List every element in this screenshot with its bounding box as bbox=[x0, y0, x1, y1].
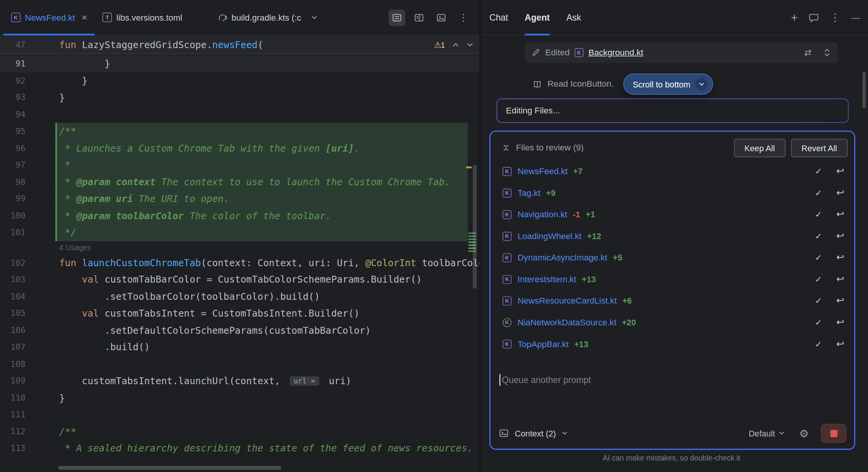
keep-file-icon[interactable]: ✓ bbox=[815, 317, 822, 327]
file-link[interactable]: LoadingWheel.kt bbox=[518, 231, 581, 241]
line-number[interactable]: 91 bbox=[0, 59, 26, 69]
editor-tab-libs-versions-toml[interactable]: Tlibs.versions.toml bbox=[95, 0, 190, 35]
line-number[interactable]: 104 bbox=[0, 291, 26, 301]
new-chat-icon[interactable]: + bbox=[791, 11, 798, 23]
code-line-104[interactable]: 104 .setToolbarColor(toolbarColor).build… bbox=[0, 288, 479, 305]
scroll-to-bottom-button[interactable]: Scroll to bottom bbox=[623, 74, 713, 95]
file-link[interactable]: NewsFeed.kt bbox=[518, 166, 568, 176]
code-line-105[interactable]: 105 val customTabsIntent = CustomTabsInt… bbox=[0, 305, 479, 322]
file-link[interactable]: TopAppBar.kt bbox=[518, 339, 569, 349]
code-line-107[interactable]: 107 .build() bbox=[0, 339, 479, 356]
revert-file-icon[interactable]: ↩ bbox=[836, 296, 844, 306]
file-link[interactable]: Tag.kt bbox=[518, 188, 541, 198]
edited-file-link[interactable]: Background.kt bbox=[588, 48, 643, 58]
line-number[interactable]: 92 bbox=[0, 76, 26, 86]
collapse-icon[interactable] bbox=[502, 143, 510, 152]
keep-file-icon[interactable]: ✓ bbox=[815, 296, 822, 306]
code-editor[interactable]: 91 }92 }93}9495/**96 * Launches a Custom… bbox=[0, 55, 479, 472]
chat-tab-chat[interactable]: Chat bbox=[489, 0, 508, 35]
code-line-98[interactable]: 98 * @param context The context to use t… bbox=[0, 173, 479, 190]
file-link[interactable]: DynamicAsyncImage.kt bbox=[518, 252, 607, 262]
model-chevron-icon[interactable] bbox=[778, 430, 785, 436]
file-link[interactable]: InterestsItem.kt bbox=[518, 274, 577, 284]
chat-scrollbar[interactable] bbox=[863, 72, 866, 108]
editor-tab-build-gradle-kts-c[interactable]: build.gradle.kts (:c bbox=[210, 0, 326, 35]
line-number[interactable]: 112 bbox=[0, 427, 26, 436]
revert-file-icon[interactable]: ↩ bbox=[836, 339, 844, 349]
line-number[interactable]: 99 bbox=[0, 194, 26, 204]
keep-file-icon[interactable]: ✓ bbox=[815, 209, 822, 219]
code-line-91[interactable]: 91 } bbox=[0, 55, 479, 72]
line-number[interactable]: 108 bbox=[0, 359, 26, 369]
code-line-100[interactable]: 100 * @param toolbarColor The color of t… bbox=[0, 207, 479, 224]
editor-horizontal-scrollbar[interactable] bbox=[58, 466, 281, 470]
revert-file-icon[interactable]: ↩ bbox=[836, 210, 844, 219]
line-number[interactable]: 110 bbox=[0, 393, 26, 402]
line-number[interactable]: 95 bbox=[0, 126, 26, 136]
code-line-103[interactable]: 103 val customTabBarColor = CustomTabCol… bbox=[0, 271, 479, 288]
revert-file-icon[interactable]: ↩ bbox=[836, 188, 844, 198]
code-line-96[interactable]: 96 * Launches a Custom Chrome Tab with t… bbox=[0, 140, 479, 157]
keep-file-icon[interactable]: ✓ bbox=[815, 188, 822, 198]
line-number[interactable]: 105 bbox=[0, 308, 26, 318]
revert-file-icon[interactable]: ↩ bbox=[836, 253, 844, 262]
attach-image-icon[interactable] bbox=[498, 428, 509, 439]
next-problem-icon[interactable] bbox=[466, 41, 474, 48]
code-line-94[interactable]: 94 bbox=[0, 106, 479, 123]
conversations-icon[interactable] bbox=[809, 13, 819, 23]
line-number[interactable]: 103 bbox=[0, 275, 26, 284]
expand-icon[interactable] bbox=[823, 48, 831, 57]
line-number[interactable]: 94 bbox=[0, 110, 26, 120]
line-number[interactable]: 96 bbox=[0, 143, 26, 153]
usages-hint[interactable]: 4 Usages bbox=[0, 241, 479, 254]
code-line-106[interactable]: 106 .setDefaultColorSchemeParams(customT… bbox=[0, 322, 479, 339]
line-number[interactable]: 109 bbox=[0, 376, 26, 386]
editor-more-options-button[interactable]: ⋮ bbox=[455, 9, 471, 26]
model-selector[interactable]: Default bbox=[749, 428, 775, 438]
close-tab-icon[interactable]: × bbox=[82, 13, 87, 22]
line-number[interactable]: 106 bbox=[0, 325, 26, 335]
revert-file-icon[interactable]: ↩ bbox=[836, 231, 844, 241]
line-number[interactable]: 93 bbox=[0, 92, 26, 102]
revert-file-icon[interactable]: ↩ bbox=[836, 318, 844, 327]
code-line-108[interactable]: 108 bbox=[0, 356, 479, 372]
editor-list-view-button[interactable] bbox=[389, 9, 405, 26]
context-chevron-icon[interactable] bbox=[562, 430, 568, 436]
code-line-113[interactable]: 113 * A sealed hierarchy describing the … bbox=[0, 440, 479, 457]
diff-icon[interactable] bbox=[803, 48, 813, 57]
line-number[interactable]: 111 bbox=[0, 410, 26, 420]
keep-file-icon[interactable]: ✓ bbox=[815, 339, 822, 349]
line-number[interactable]: 100 bbox=[0, 211, 26, 221]
split-editor-button[interactable] bbox=[411, 9, 427, 26]
code-line-109[interactable]: 109 customTabsIntent.launchUrl(context, … bbox=[0, 372, 479, 389]
keep-file-icon[interactable]: ✓ bbox=[815, 231, 822, 241]
prev-problem-icon[interactable] bbox=[452, 41, 459, 48]
revert-all-button[interactable]: Revert All bbox=[791, 139, 847, 157]
line-number[interactable]: 113 bbox=[0, 443, 26, 453]
hide-panel-icon[interactable]: — bbox=[852, 13, 860, 22]
code-line-99[interactable]: 99 * @param uri The URI to open. bbox=[0, 190, 479, 207]
line-number[interactable]: 107 bbox=[0, 342, 26, 352]
code-line-97[interactable]: 97 * bbox=[0, 157, 479, 173]
stop-button[interactable] bbox=[821, 424, 847, 443]
settings-gear-icon[interactable]: ⚙ bbox=[799, 427, 809, 440]
line-number[interactable]: 97 bbox=[0, 160, 26, 170]
line-number[interactable]: 102 bbox=[0, 258, 26, 268]
tab-overflow-chevron-icon[interactable] bbox=[311, 14, 317, 21]
code-line-110[interactable]: 110} bbox=[0, 389, 479, 406]
code-line-101[interactable]: 101 */ bbox=[0, 224, 479, 241]
revert-file-icon[interactable]: ↩ bbox=[836, 275, 844, 284]
editor-tab-newsfeed-kt[interactable]: KNewsFeed.kt× bbox=[3, 0, 95, 35]
revert-file-icon[interactable]: ↩ bbox=[836, 166, 844, 176]
code-line-95[interactable]: 95/** bbox=[0, 123, 479, 140]
chat-tab-agent[interactable]: Agent bbox=[525, 0, 550, 35]
code-line-92[interactable]: 92 } bbox=[0, 72, 479, 89]
code-line-93[interactable]: 93} bbox=[0, 89, 479, 106]
file-link[interactable]: NiaNetworkDataSource.kt bbox=[518, 317, 616, 327]
context-selector[interactable]: Context (2) bbox=[515, 428, 556, 438]
line-number[interactable]: 101 bbox=[0, 228, 26, 238]
keep-file-icon[interactable]: ✓ bbox=[815, 274, 822, 284]
chat-tab-ask[interactable]: Ask bbox=[566, 0, 581, 35]
edited-file-row[interactable]: Edited K Background.kt bbox=[525, 42, 838, 63]
code-line-112[interactable]: 112/** bbox=[0, 423, 479, 440]
